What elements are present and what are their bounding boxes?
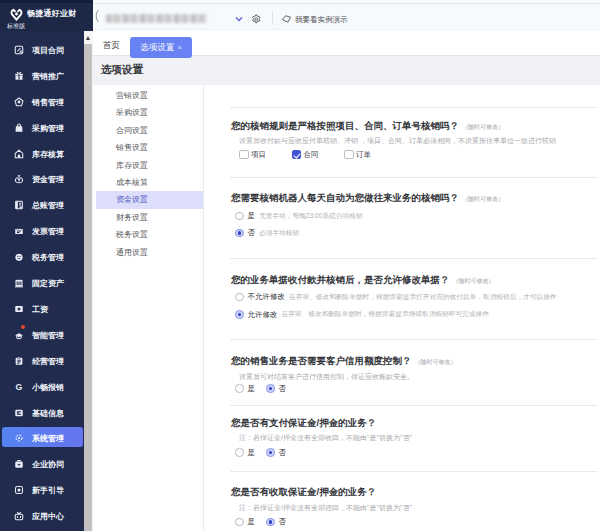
svg-text:G: G: [16, 382, 23, 392]
